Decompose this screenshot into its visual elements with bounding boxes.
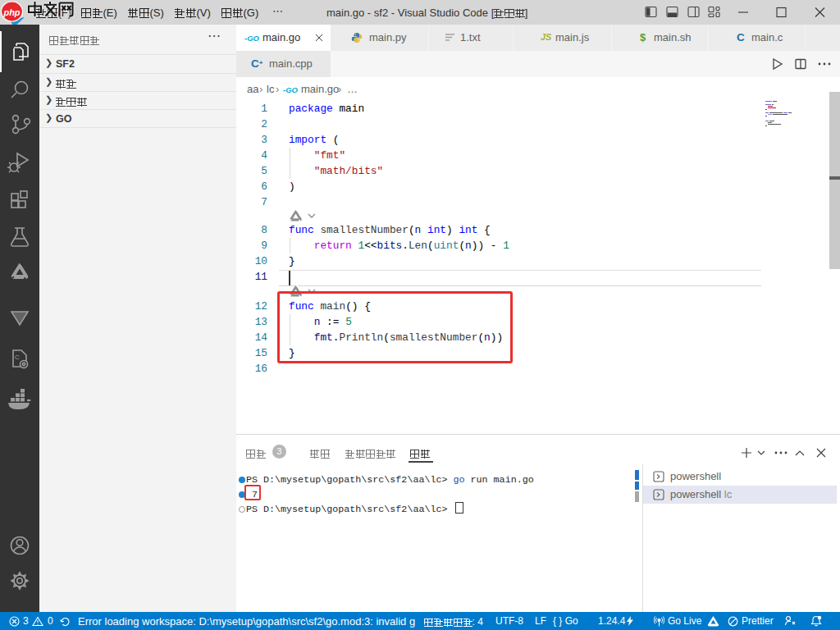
svg-text:php: php <box>2 7 20 17</box>
svg-text:‑GO: ‑GO <box>244 34 260 43</box>
svg-text:‑GO: ‑GO <box>283 85 299 94</box>
svg-text:C: C <box>15 354 20 361</box>
